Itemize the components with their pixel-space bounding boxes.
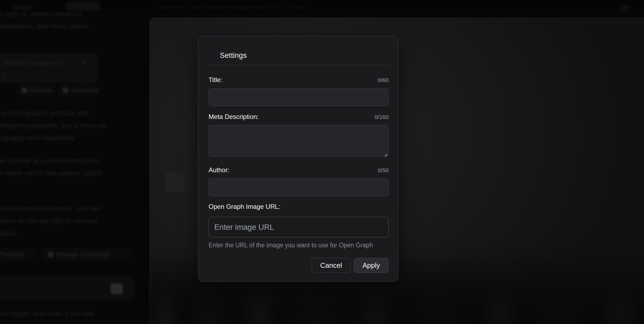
- apply-button[interactable]: Apply: [354, 258, 389, 273]
- preview-faint-button: [165, 172, 185, 192]
- author-label: Author:: [209, 166, 229, 174]
- chat-text-line: ng photographic portfolio with: [0, 109, 89, 117]
- title-counter: 0/60: [378, 77, 389, 83]
- chat-text-line: whitespace, and mood galore.: [0, 22, 91, 30]
- header-action-icon: [620, 5, 629, 12]
- modal-actions: Cancel Apply: [312, 258, 389, 273]
- chat-input: [0, 277, 135, 299]
- chip-playbook: Playbook: [0, 249, 34, 260]
- modal-title: Settings: [220, 51, 247, 60]
- chat-text-line: menu on the top right to connect: [0, 217, 98, 225]
- og-image-url-helper: Enter the URL of the image you want to u…: [209, 242, 373, 249]
- suggestion-card-text2: g: [3, 71, 6, 78]
- chip-showcase: Showcase: [58, 84, 97, 96]
- meta-description-textarea[interactable]: [209, 125, 389, 157]
- chat-sidebar: d style vs. visual transitions whitespac…: [0, 14, 145, 324]
- chat-text-line: ne cocktail or custom instructions: [0, 157, 101, 165]
- resize-handle-icon[interactable]: [384, 153, 387, 156]
- og-image-url-input[interactable]: [209, 217, 389, 237]
- showcase-icon: [63, 87, 68, 93]
- og-image-url-label: Open Graph Image URL:: [209, 203, 280, 210]
- modal-divider: [209, 65, 388, 65]
- book-icon: [48, 252, 53, 257]
- title-input[interactable]: [209, 88, 389, 106]
- chip-label: Editorial: [30, 87, 52, 94]
- chat-text-line: eb backend functionality, you can: [0, 204, 101, 213]
- chat-text-line: this trigger and make it act sole: [0, 309, 95, 318]
- title-label: Title:: [209, 76, 222, 84]
- editorial-icon: [22, 87, 27, 93]
- chip-label: Playbook: [0, 251, 25, 258]
- send-button: [110, 283, 123, 294]
- close-icon: ×: [82, 58, 86, 67]
- suggestion-card-text: portfolio examples on: [3, 59, 64, 67]
- top-bar: overview - skills visual redesign brainl…: [0, 0, 644, 14]
- settings-modal: Settings Title: 0/60 Meta Description: 0…: [198, 36, 398, 282]
- chip-editorial: Editorial: [17, 84, 55, 96]
- chat-text-line: tography work beautifully.: [0, 134, 77, 142]
- author-counter: 0/50: [378, 167, 389, 174]
- chat-text-line: abase.: [0, 229, 19, 237]
- meta-description-counter: 0/160: [374, 114, 389, 120]
- chat-text-line: to many add to this project, add it: [0, 169, 101, 177]
- chip-manage-knowledge: Manage knowledge: [44, 249, 131, 260]
- author-input[interactable]: [209, 178, 389, 196]
- suggestion-card: portfolio examples on g ×: [0, 54, 98, 83]
- chip-label: Showcase: [71, 87, 99, 94]
- chat-text-line: d style vs. visual transitions: [0, 10, 83, 18]
- chat-text-line: elegant typography, and a focus on: [0, 121, 106, 130]
- cancel-button[interactable]: Cancel: [312, 258, 350, 273]
- meta-description-label: Meta Description:: [209, 113, 259, 121]
- app-screen: overview - skills visual redesign brainl…: [0, 0, 644, 324]
- project-title: overview - skills visual redesign brainl…: [158, 4, 307, 10]
- chip-label: Manage knowledge: [56, 251, 110, 258]
